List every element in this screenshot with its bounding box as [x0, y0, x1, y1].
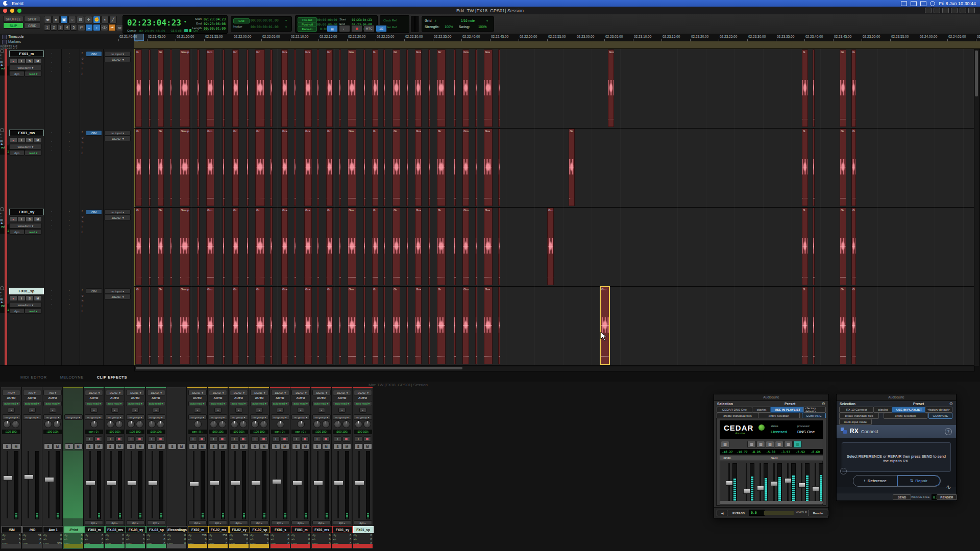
audio-clip[interactable]: Gr [232, 287, 239, 364]
strip-automation-selector[interactable]: auto read ▾ [250, 401, 268, 406]
link-timeline-icon[interactable]: ↔ [85, 24, 93, 31]
gear-icon[interactable]: ⚙ [822, 402, 825, 406]
strip-fader-cap[interactable] [127, 481, 137, 486]
help-icon[interactable]: ? [945, 428, 952, 435]
strip-fader-cap[interactable] [334, 481, 344, 486]
audio-clip[interactable]: G [851, 129, 856, 206]
spot-mode-button[interactable]: SPOT [24, 16, 40, 22]
playlist-selector-2[interactable]: playlist [873, 407, 893, 413]
zoom-toggle-icon[interactable]: ▣ [60, 16, 68, 23]
audio-clip[interactable]: Gr [840, 287, 846, 364]
pan-knob[interactable] [3, 420, 11, 428]
strip-safe-button[interactable]: s [90, 408, 97, 413]
strip-fader-cap[interactable] [189, 482, 199, 487]
audio-clip[interactable]: Gro [206, 287, 214, 364]
strip-dyn-chip[interactable]: dyn » [291, 520, 310, 525]
strip-fader-cap[interactable] [3, 475, 13, 481]
send-assignment-FX01_ms[interactable]: /SM [86, 130, 102, 136]
slip-mode-button[interactable]: SLIP [3, 22, 23, 29]
strip-automation-selector[interactable]: auto read ▾ [106, 401, 124, 406]
record-enable-button[interactable]: ● [9, 216, 17, 222]
strip-safe-button[interactable]: s [194, 408, 201, 413]
audio-clip[interactable] [317, 129, 319, 206]
titlebar-icon-6[interactable] [968, 8, 975, 13]
audio-clip-selected[interactable]: Gro [600, 287, 609, 364]
strip-record-button[interactable] [218, 436, 226, 442]
audio-clip[interactable]: Gro [206, 208, 214, 285]
audio-clip[interactable]: Gr [232, 208, 239, 285]
rx-render-button[interactable]: RENDER [937, 494, 957, 500]
audio-clip[interactable] [149, 49, 151, 127]
pan-knob[interactable] [44, 420, 52, 428]
track-view-selector[interactable]: waveform ▾ [9, 223, 42, 229]
strip-record-button[interactable] [281, 436, 288, 442]
audio-clip[interactable]: Gr [326, 129, 333, 206]
audio-clip[interactable] [498, 129, 500, 206]
mute-button[interactable]: M [34, 137, 42, 143]
track-open-icon[interactable] [0, 128, 4, 132]
strip-dyn-chip[interactable]: dyn » [354, 520, 372, 525]
audio-clip[interactable]: Gr [232, 129, 239, 206]
strip-fader-cap[interactable] [24, 474, 34, 480]
zoom-preset-2[interactable]: 2 [51, 24, 57, 31]
pan-knob[interactable] [363, 420, 371, 428]
strip-group-selector[interactable]: no group ▾ [188, 414, 207, 420]
strip-input-monitor-button[interactable]: I [189, 436, 197, 442]
audio-clip[interactable]: Group [180, 49, 190, 127]
strip-name-/NO[interactable]: /NO [22, 526, 43, 533]
audio-clip[interactable] [813, 208, 815, 285]
audio-clip[interactable] [197, 129, 200, 206]
audio-clip[interactable] [813, 49, 815, 127]
cedar-scroll-strip[interactable] [720, 501, 823, 504]
audio-clip[interactable]: Gr [840, 49, 846, 127]
audio-clip[interactable]: G [135, 208, 142, 285]
strip-input-monitor-button[interactable]: I [272, 436, 280, 442]
multi-input-mode-selector[interactable]: multi-input mode [839, 419, 872, 425]
strip-mute-button[interactable]: M [136, 443, 144, 449]
audio-clip[interactable] [498, 287, 500, 364]
cedar-channel-button-3[interactable]: ▥ [756, 441, 765, 448]
strip-dyn-chip[interactable]: dyn » [271, 520, 289, 525]
markers-ruler-icon[interactable] [2, 40, 7, 44]
strip-automation-selector[interactable]: auto read ▾ [312, 401, 331, 406]
strip-automation-selector[interactable]: auto read ▾ [43, 401, 62, 406]
strip-dyn-chip[interactable]: dyn » [230, 520, 248, 525]
horizontal-scrollbar[interactable] [134, 366, 975, 371]
audio-clip[interactable]: Gro [462, 208, 469, 285]
audio-clip[interactable] [339, 49, 341, 127]
tab-transient-icon[interactable]: ⇄ [78, 24, 85, 31]
track-lane-FX01_m[interactable]: GGrGroupGroGrGrGreGreGrGroGGrGreGrGroGre… [134, 49, 980, 129]
strip-automation-selector[interactable]: auto read ▾ [126, 401, 144, 406]
strip-fader-cap[interactable] [292, 481, 302, 486]
strip-solo-button[interactable]: S [292, 443, 301, 449]
strip-pan-display[interactable]: ‹100 100› [312, 430, 331, 434]
audio-clip[interactable]: G [135, 49, 142, 127]
audio-clip[interactable]: Gr [437, 287, 446, 364]
strip-solo-button[interactable]: S [333, 443, 342, 449]
strip-record-button[interactable] [198, 436, 206, 442]
note-icon[interactable]: ♪ [434, 18, 436, 23]
audio-clip[interactable]: Group [180, 208, 190, 285]
zoomer-tool-icon[interactable]: ○ [68, 16, 76, 23]
audio-clip[interactable] [454, 129, 456, 206]
strip-group-selector[interactable]: no group ▾ [250, 414, 268, 420]
timecode-ruler-label[interactable]: Timecode [8, 35, 23, 38]
audio-clip[interactable] [223, 287, 225, 364]
strip-name-FX-03_ms[interactable]: FX-03_ms [105, 526, 126, 533]
sel-start-value[interactable]: 02:23:04:23 [204, 17, 226, 21]
strip-output-selector[interactable]: -DEAD- ▾ [333, 390, 351, 395]
strip-input-monitor-button[interactable]: I [251, 436, 259, 442]
audio-clip[interactable]: Gr [255, 49, 265, 127]
audio-clip[interactable] [363, 129, 365, 206]
strip-output-selector[interactable]: -DEAD- ▾ [312, 390, 331, 395]
horizontal-scrollbar-thumb[interactable] [136, 367, 462, 369]
audio-clip[interactable]: G [802, 287, 808, 364]
audio-clip[interactable]: Gro [206, 129, 214, 206]
strip-solo-button[interactable]: S [127, 443, 135, 449]
audio-clip[interactable] [406, 208, 408, 285]
reference-button[interactable]: ↑Reference [853, 475, 897, 486]
strip-dyn-chip[interactable]: dyn » [333, 520, 351, 525]
selector-tool-icon[interactable]: ✛ [85, 16, 92, 23]
audio-clip[interactable] [339, 129, 341, 206]
output-selector[interactable]: -DEAD- ▾ [104, 294, 131, 299]
